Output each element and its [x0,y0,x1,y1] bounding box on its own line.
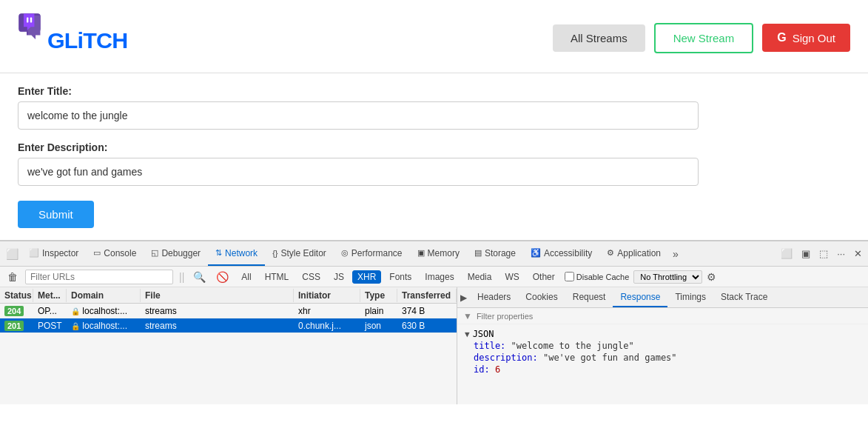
close-devtools-button[interactable]: ✕ [851,247,865,261]
google-icon: G [777,31,786,44]
panel-tab-cookies[interactable]: Cookies [518,287,565,307]
tab-console[interactable]: ▭ Console [86,241,144,266]
lock-icon-2: 🔒 [71,322,80,330]
filter-ws-button[interactable]: WS [499,270,524,284]
storage-icon: ▤ [474,248,482,258]
description-input[interactable] [18,158,699,186]
th-domain: Domain [67,289,141,302]
tab-application[interactable]: ⚙ Application [599,241,668,266]
tab-style-editor[interactable]: {} Style Editor [265,241,334,266]
tab-storage-label: Storage [485,248,516,258]
filter-xhr-button[interactable]: XHR [352,270,381,284]
filter-properties-input[interactable] [477,312,579,321]
th-transferred: Transferred [397,289,457,302]
performance-icon: ◎ [341,248,349,258]
tab-console-label: Console [104,248,136,258]
tab-accessibility[interactable]: ♿ Accessibility [523,241,599,266]
network-table: Status Met... Domain File Initiator Type… [0,287,457,404]
panel-tab-headers[interactable]: Headers [470,287,518,307]
style-editor-icon: {} [272,249,277,258]
title-input[interactable] [18,101,699,130]
json-content: ▼ JSON title: "welcome to the jungle" de… [457,324,868,404]
filter-all-button[interactable]: All [236,270,256,284]
disable-cache-checkbox[interactable] [565,272,574,281]
panel-tab-timings[interactable]: Timings [667,287,713,307]
filter-js-button[interactable]: JS [329,270,349,284]
filter-images-button[interactable]: Images [420,270,459,284]
panel-tab-response[interactable]: Response [613,287,667,307]
json-collapse-icon: ▼ [465,330,470,339]
json-description-line: description: "we've got fun and games" [474,353,861,363]
json-section-label: JSON [473,329,494,339]
panel-filter-toolbar: ▼ [457,308,868,324]
disable-cache-text: Disable Cache [576,273,630,281]
tab-storage[interactable]: ▤ Storage [467,241,523,266]
json-id-key: id: [474,364,490,375]
block-requests-button[interactable]: 🚫 [213,270,232,284]
filter-other-button[interactable]: Other [528,270,560,284]
json-title-key: title: [474,341,505,351]
sign-out-button[interactable]: G Sign Out [762,24,850,52]
tab-memory[interactable]: ▣ Memory [410,241,467,266]
search-network-button[interactable]: 🔍 [190,270,209,284]
tab-network[interactable]: ⇅ Network [208,241,265,266]
td-file-2: streams [141,320,294,332]
td-method-1: OP... [33,305,67,317]
th-method: Met... [33,289,67,302]
tab-performance[interactable]: ◎ Performance [334,241,410,266]
tab-inspector-label: Inspector [42,248,78,258]
panel-tab-request[interactable]: Request [565,287,613,307]
filter-fonts-button[interactable]: Fonts [384,270,417,284]
td-status-2: 201 [0,320,33,332]
json-section-toggle[interactable]: ▼ JSON [465,329,861,339]
td-transferred-2: 630 B [397,320,457,332]
url-filter-input[interactable] [25,270,173,284]
json-id-value: 6 [495,364,500,375]
table-row[interactable]: 204 OP... 🔒 localhost:... streams xhr pl… [0,304,457,318]
undock-button[interactable]: ⬚ [816,247,831,261]
td-domain-text-1: localhost:... [82,306,127,316]
th-file: File [141,289,294,302]
table-row[interactable]: 201 POST 🔒 localhost:... streams 0.chunk… [0,318,457,333]
td-domain-2: 🔒 localhost:... [67,320,141,332]
devtools-pick-button[interactable]: ⬜ [3,247,21,261]
td-initiator-2: 0.chunk.j... [294,320,360,332]
description-label: Enter Description: [18,141,850,153]
th-status: Status [0,289,33,302]
submit-button[interactable]: Submit [18,201,94,228]
all-streams-button[interactable]: All Streams [553,24,645,52]
new-stream-button[interactable]: New Stream [654,23,754,53]
more-options-button[interactable]: ··· [834,247,848,261]
clear-network-button[interactable]: 🗑 [4,270,21,284]
console-icon: ▭ [93,248,101,258]
lock-icon-1: 🔒 [71,307,80,315]
logo: GLiTCH [18,12,136,64]
network-table-area: Status Met... Domain File Initiator Type… [0,287,868,404]
filter-media-button[interactable]: Media [462,270,497,284]
td-status-1: 204 [0,305,33,317]
inspector-icon: ⬜ [29,248,39,258]
more-tabs-button[interactable]: » [668,248,683,260]
panel-raw-button[interactable]: ▶ [457,291,470,304]
table-header: Status Met... Domain File Initiator Type… [0,287,457,304]
throttle-select[interactable]: No Throttling [633,270,702,284]
toolbar-sep1: || [179,271,184,283]
tab-debugger[interactable]: ◱ Debugger [144,241,208,266]
filter-html-button[interactable]: HTML [260,270,295,284]
json-description-value: "we've got fun and games" [543,353,677,363]
json-description-key: description: [474,353,538,363]
filter-css-button[interactable]: CSS [297,270,326,284]
tab-inspector[interactable]: ⬜ Inspector [21,241,86,266]
tab-style-editor-label: Style Editor [280,248,326,258]
dock-side-button[interactable]: ▣ [798,247,813,261]
json-title-line: title: "welcome to the jungle" [474,341,861,351]
network-settings-button[interactable]: ⚙ [707,271,716,283]
td-initiator-1: xhr [294,305,360,317]
panel-tab-stack-trace[interactable]: Stack Trace [713,287,775,307]
debugger-icon: ◱ [151,248,158,258]
dock-bottom-button[interactable]: ⬜ [778,247,795,261]
json-id-line: id: 6 [474,364,861,375]
tab-network-label: Network [225,248,258,258]
th-initiator: Initiator [294,289,360,302]
tab-memory-label: Memory [428,248,460,258]
